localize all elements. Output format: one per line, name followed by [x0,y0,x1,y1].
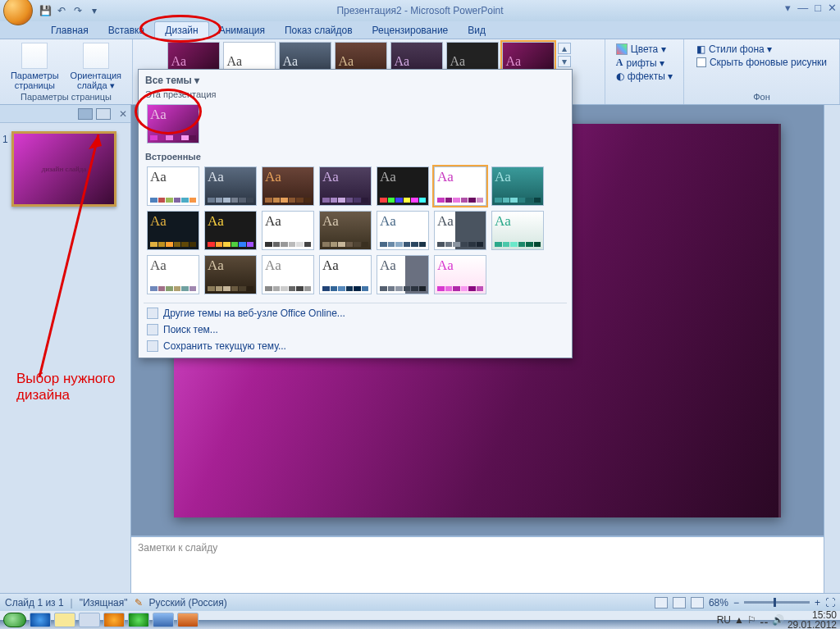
themes-dropdown: Все темы ▾ Эта презентация Aa Встроенные… [138,69,573,358]
builtin-theme-thumb[interactable]: Aa [204,211,257,250]
builtin-theme-thumb[interactable]: Aa [204,255,257,294]
fonts-button[interactable]: Aрифты ▾ [613,56,676,70]
tray-clock[interactable]: 15:50 29.01.2012 [788,610,837,629]
builtin-theme-thumb[interactable]: Aa [147,255,199,294]
normal-view-button[interactable] [655,597,668,608]
theme-aa-label: Aa [150,258,196,272]
page-setup-label: Параметры страницы [11,71,59,90]
gallery-down-icon[interactable]: ▾ [558,56,571,67]
tab-slideshow[interactable]: Показ слайдов [275,22,363,39]
taskbar-ie-icon[interactable] [30,613,51,627]
colors-button[interactable]: Цвета ▾ [613,43,676,56]
theme-aa-label: Aa [380,170,426,184]
slides-tab-icon[interactable] [78,108,93,120]
builtin-theme-thumb[interactable]: Aa [434,255,486,294]
start-button[interactable] [3,613,26,627]
tab-animation[interactable]: Анимация [209,22,275,39]
theme-aa-label: Aa [495,214,541,228]
checkbox-icon [696,57,706,67]
gallery-up-icon[interactable]: ▴ [558,43,571,54]
outline-tab-icon[interactable] [96,108,111,120]
background-styles-button[interactable]: ◧Стили фона ▾ [693,43,830,56]
builtin-theme-thumb[interactable]: Aa [204,166,257,206]
panel-close-icon[interactable]: ✕ [119,108,127,120]
tray-network-icon[interactable]: ⚋ [760,614,769,626]
this-presentation-row: Aa [140,101,570,150]
theme-color-bars [322,242,368,247]
zoom-slider[interactable] [744,601,810,604]
page-setup-icon [21,43,48,69]
theme-color-bars [208,198,253,203]
taskbar-word-icon[interactable] [153,613,174,627]
tray-lang[interactable]: RU [717,614,731,626]
save-theme-icon [147,340,158,352]
minimize-ribbon-icon[interactable]: ▾ [785,2,791,14]
qat-more-icon[interactable]: ▾ [87,3,102,18]
notes-pane[interactable]: Заметки к слайду [131,536,824,593]
spellcheck-icon[interactable]: ✎ [135,597,143,608]
vertical-scrollbar[interactable] [824,105,840,593]
builtin-theme-thumb[interactable]: Aa [377,211,429,250]
ribbon-group-background: ◧Стили фона ▾ Скрыть фоновые рисунки Фон [684,39,840,104]
builtin-theme-thumb[interactable]: Aa [434,211,486,250]
taskbar-powerpoint-icon[interactable] [177,613,199,627]
slide-orientation-button[interactable]: Ориентация слайда ▾ [67,41,125,92]
sorter-view-button[interactable] [673,597,686,608]
search-themes-link[interactable]: Поиск тем... [140,321,570,338]
tray-volume-icon[interactable]: 🔊 [772,614,784,626]
close-button[interactable]: ✕ [828,2,837,14]
status-language[interactable]: Русский (Россия) [149,597,227,608]
effects-button[interactable]: ◐ффекты ▾ [613,70,676,83]
hide-background-checkbox[interactable]: Скрыть фоновые рисунки [693,56,830,69]
tray-date: 29.01.2012 [788,620,837,629]
builtin-theme-thumb[interactable]: Aa [319,255,372,294]
taskbar-explorer-icon[interactable] [54,613,75,627]
builtin-theme-thumb[interactable]: Aa [491,166,544,206]
slide-panel: ✕ дизайн слайда [0,105,131,593]
builtin-theme-thumb[interactable]: Aa [262,255,314,294]
builtin-theme-thumb[interactable]: Aa [377,255,429,294]
save-icon[interactable]: 💾 [38,3,52,18]
tab-home[interactable]: Главная [41,22,98,39]
builtin-theme-thumb[interactable]: Aa [147,166,199,206]
slideshow-view-button[interactable] [691,597,704,608]
undo-icon[interactable]: ↶ [54,3,69,18]
taskbar-app-2[interactable] [128,613,149,627]
all-themes-label[interactable]: Все темы ▾ [145,75,199,86]
tray-flag-icon[interactable]: ⚐ [747,614,756,626]
builtin-theme-thumb[interactable]: Aa [319,211,372,250]
builtin-theme-thumb[interactable]: Aa [147,211,199,250]
ribbon-group-page-setup: Параметры страницы Ориентация слайда ▾ П… [0,39,133,104]
builtin-theme-thumb[interactable]: Aa [262,166,314,206]
minimize-button[interactable]: — [797,2,808,14]
builtin-theme-thumb[interactable]: Aa [319,166,372,206]
save-theme-link[interactable]: Сохранить текущую тему... [140,338,570,354]
theme-aa-label: Aa [380,214,426,228]
builtin-theme-thumb[interactable]: Aa [491,211,544,250]
theme-color-bars [322,198,368,203]
theme-current-thumb[interactable]: Aa [147,104,199,144]
tab-view[interactable]: Вид [458,22,495,39]
fonts-icon: A [616,57,623,69]
tray-icon-1[interactable]: ▲ [734,614,744,626]
page-setup-button[interactable]: Параметры страницы [7,41,62,92]
slide-thumbnail-1[interactable]: дизайн слайда [11,131,116,207]
more-themes-online-link[interactable]: Другие темы на веб-узле Office Online... [140,305,570,321]
builtin-theme-thumb[interactable]: Aa [262,211,314,250]
fit-window-icon[interactable]: ⛶ [825,597,835,608]
zoom-in-icon[interactable]: + [815,597,820,608]
builtin-theme-thumb[interactable]: Aa [434,166,486,206]
tab-review[interactable]: Рецензирование [363,22,459,39]
taskbar-app-1[interactable] [79,613,100,627]
theme-color-bars [265,286,311,291]
tab-design[interactable]: Дизайн [154,21,208,39]
zoom-level[interactable]: 68% [709,597,728,608]
dropdown-header: Все темы ▾ [140,73,570,88]
maximize-button[interactable]: □ [815,2,821,14]
tab-insert[interactable]: Вставка [98,22,155,39]
taskbar-firefox-icon[interactable] [103,613,125,627]
builtin-themes-grid: AaAaAaAaAaAaAaAaAaAaAaAaAaAaAaAaAaAaAaAa [140,163,570,301]
builtin-theme-thumb[interactable]: Aa [377,166,429,206]
zoom-out-icon[interactable]: − [733,597,739,608]
redo-icon[interactable]: ↷ [71,3,85,18]
